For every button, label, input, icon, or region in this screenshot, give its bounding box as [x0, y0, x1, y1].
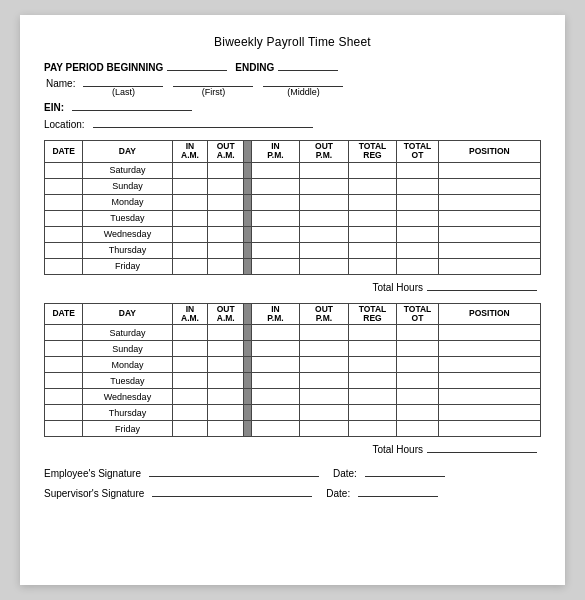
date-cell[interactable] [45, 242, 83, 258]
out-pm-cell[interactable] [300, 389, 349, 405]
out-pm-cell[interactable] [300, 258, 349, 274]
out-am-cell[interactable] [208, 210, 244, 226]
in-pm-cell[interactable] [251, 325, 300, 341]
out-am-cell[interactable] [208, 405, 244, 421]
in-am-cell[interactable] [172, 194, 208, 210]
employee-date-field[interactable] [365, 465, 445, 477]
in-pm-cell[interactable] [251, 421, 300, 437]
total-hours-field-2[interactable] [427, 441, 537, 453]
out-pm-cell[interactable] [300, 405, 349, 421]
out-pm-cell[interactable] [300, 210, 349, 226]
in-am-cell[interactable] [172, 258, 208, 274]
out-pm-cell[interactable] [300, 162, 349, 178]
out-pm-cell[interactable] [300, 178, 349, 194]
out-am-cell[interactable] [208, 258, 244, 274]
pay-period-start-field[interactable] [167, 59, 227, 71]
supervisor-date-field[interactable] [358, 485, 438, 497]
date-cell[interactable] [45, 373, 83, 389]
position-cell[interactable] [438, 405, 540, 421]
total-reg-cell[interactable] [348, 357, 397, 373]
in-pm-cell[interactable] [251, 357, 300, 373]
total-ot-cell[interactable] [397, 242, 439, 258]
out-am-cell[interactable] [208, 357, 244, 373]
in-pm-cell[interactable] [251, 194, 300, 210]
in-am-cell[interactable] [172, 405, 208, 421]
in-pm-cell[interactable] [251, 341, 300, 357]
pay-period-end-field[interactable] [278, 59, 338, 71]
position-cell[interactable] [438, 226, 540, 242]
out-am-cell[interactable] [208, 325, 244, 341]
total-ot-cell[interactable] [397, 357, 439, 373]
date-cell[interactable] [45, 405, 83, 421]
out-am-cell[interactable] [208, 178, 244, 194]
total-reg-cell[interactable] [348, 194, 397, 210]
total-ot-cell[interactable] [397, 210, 439, 226]
total-hours-field-1[interactable] [427, 279, 537, 291]
date-cell[interactable] [45, 178, 83, 194]
out-pm-cell[interactable] [300, 373, 349, 389]
in-am-cell[interactable] [172, 341, 208, 357]
in-am-cell[interactable] [172, 210, 208, 226]
total-ot-cell[interactable] [397, 421, 439, 437]
total-reg-cell[interactable] [348, 325, 397, 341]
date-cell[interactable] [45, 226, 83, 242]
total-reg-cell[interactable] [348, 421, 397, 437]
out-pm-cell[interactable] [300, 226, 349, 242]
position-cell[interactable] [438, 194, 540, 210]
out-pm-cell[interactable] [300, 242, 349, 258]
in-pm-cell[interactable] [251, 389, 300, 405]
in-pm-cell[interactable] [251, 226, 300, 242]
total-reg-cell[interactable] [348, 258, 397, 274]
supervisor-sig-field[interactable] [152, 485, 312, 497]
out-pm-cell[interactable] [300, 421, 349, 437]
out-am-cell[interactable] [208, 373, 244, 389]
total-reg-cell[interactable] [348, 210, 397, 226]
in-am-cell[interactable] [172, 162, 208, 178]
date-cell[interactable] [45, 341, 83, 357]
in-pm-cell[interactable] [251, 210, 300, 226]
total-reg-cell[interactable] [348, 389, 397, 405]
out-am-cell[interactable] [208, 389, 244, 405]
total-reg-cell[interactable] [348, 405, 397, 421]
in-am-cell[interactable] [172, 357, 208, 373]
in-am-cell[interactable] [172, 421, 208, 437]
position-cell[interactable] [438, 341, 540, 357]
in-pm-cell[interactable] [251, 405, 300, 421]
employee-sig-field[interactable] [149, 465, 319, 477]
in-am-cell[interactable] [172, 373, 208, 389]
out-am-cell[interactable] [208, 341, 244, 357]
in-pm-cell[interactable] [251, 242, 300, 258]
in-pm-cell[interactable] [251, 373, 300, 389]
total-ot-cell[interactable] [397, 226, 439, 242]
position-cell[interactable] [438, 421, 540, 437]
in-am-cell[interactable] [172, 242, 208, 258]
position-cell[interactable] [438, 210, 540, 226]
total-ot-cell[interactable] [397, 389, 439, 405]
middle-name-field[interactable]: (Middle) [263, 75, 343, 97]
total-ot-cell[interactable] [397, 405, 439, 421]
in-pm-cell[interactable] [251, 162, 300, 178]
position-cell[interactable] [438, 242, 540, 258]
out-am-cell[interactable] [208, 226, 244, 242]
position-cell[interactable] [438, 389, 540, 405]
in-pm-cell[interactable] [251, 178, 300, 194]
total-ot-cell[interactable] [397, 373, 439, 389]
total-reg-cell[interactable] [348, 242, 397, 258]
date-cell[interactable] [45, 194, 83, 210]
total-reg-cell[interactable] [348, 162, 397, 178]
date-cell[interactable] [45, 210, 83, 226]
in-pm-cell[interactable] [251, 258, 300, 274]
in-am-cell[interactable] [172, 178, 208, 194]
total-ot-cell[interactable] [397, 325, 439, 341]
total-ot-cell[interactable] [397, 258, 439, 274]
date-cell[interactable] [45, 258, 83, 274]
position-cell[interactable] [438, 258, 540, 274]
first-name-field[interactable]: (First) [173, 75, 253, 97]
date-cell[interactable] [45, 357, 83, 373]
total-ot-cell[interactable] [397, 162, 439, 178]
total-reg-cell[interactable] [348, 226, 397, 242]
out-am-cell[interactable] [208, 421, 244, 437]
position-cell[interactable] [438, 357, 540, 373]
out-pm-cell[interactable] [300, 341, 349, 357]
out-pm-cell[interactable] [300, 325, 349, 341]
